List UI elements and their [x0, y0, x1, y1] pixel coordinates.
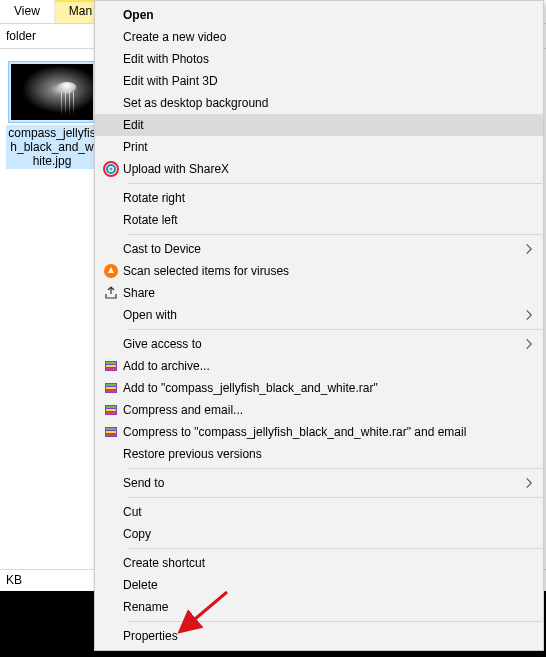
menu-set-background[interactable]: Set as desktop background [95, 92, 543, 114]
menu-send-to[interactable]: Send to [95, 472, 543, 494]
svg-rect-14 [106, 409, 116, 411]
menu-separator [127, 468, 542, 469]
svg-point-2 [110, 168, 113, 171]
menu-separator [127, 497, 542, 498]
chevron-right-icon [524, 244, 533, 255]
winrar-icon [99, 402, 123, 418]
menu-edit[interactable]: Edit [95, 114, 543, 136]
winrar-icon [99, 358, 123, 374]
menu-separator [127, 621, 542, 622]
menu-rotate-left[interactable]: Rotate left [95, 209, 543, 231]
menu-separator [127, 234, 542, 235]
menu-create-shortcut[interactable]: Create shortcut [95, 552, 543, 574]
menu-copy[interactable]: Copy [95, 523, 543, 545]
menu-restore[interactable]: Restore previous versions [95, 443, 543, 465]
svg-rect-7 [106, 368, 116, 370]
file-item[interactable]: compass_jellyfish_black_and_white.jpg [6, 61, 98, 169]
menu-cast[interactable]: Cast to Device [95, 238, 543, 260]
file-label: compass_jellyfish_black_and_white.jpg [6, 125, 98, 169]
share-icon [99, 285, 123, 301]
menu-add-to-rar[interactable]: Add to "compass_jellyfish_black_and_whit… [95, 377, 543, 399]
sharex-icon [99, 161, 123, 177]
winrar-icon [99, 380, 123, 396]
menu-upload-sharex[interactable]: Upload with ShareX [95, 158, 543, 180]
svg-rect-17 [106, 428, 116, 430]
svg-rect-15 [106, 412, 116, 414]
chevron-right-icon [524, 310, 533, 321]
menu-scan-viruses[interactable]: Scan selected items for viruses [95, 260, 543, 282]
svg-rect-5 [106, 362, 116, 364]
status-size: KB [6, 573, 22, 588]
menu-properties[interactable]: Properties [95, 625, 543, 647]
svg-rect-19 [106, 434, 116, 436]
menu-give-access[interactable]: Give access to [95, 333, 543, 355]
menu-create-video[interactable]: Create a new video [95, 26, 543, 48]
menu-cut[interactable]: Cut [95, 501, 543, 523]
menu-separator [127, 183, 542, 184]
chevron-right-icon [524, 478, 533, 489]
menu-separator [127, 329, 542, 330]
chevron-right-icon [524, 339, 533, 350]
svg-rect-18 [106, 431, 116, 433]
context-menu: Open Create a new video Edit with Photos… [94, 0, 544, 651]
menu-rotate-right[interactable]: Rotate right [95, 187, 543, 209]
menu-open-with[interactable]: Open with [95, 304, 543, 326]
svg-rect-10 [106, 387, 116, 389]
avast-icon [99, 263, 123, 279]
menu-compress-to-email[interactable]: Compress to "compass_jellyfish_black_and… [95, 421, 543, 443]
menu-add-archive[interactable]: Add to archive... [95, 355, 543, 377]
winrar-icon [99, 424, 123, 440]
menu-separator [127, 548, 542, 549]
menu-share[interactable]: Share [95, 282, 543, 304]
svg-rect-6 [106, 365, 116, 367]
menu-open[interactable]: Open [95, 4, 543, 26]
svg-rect-9 [106, 384, 116, 386]
menu-compress-email[interactable]: Compress and email... [95, 399, 543, 421]
svg-rect-11 [106, 390, 116, 392]
ribbon-tab-view[interactable]: View [0, 0, 55, 23]
menu-rename[interactable]: Rename [95, 596, 543, 618]
menu-edit-paint3d[interactable]: Edit with Paint 3D [95, 70, 543, 92]
menu-edit-photos[interactable]: Edit with Photos [95, 48, 543, 70]
menu-print[interactable]: Print [95, 136, 543, 158]
menu-delete[interactable]: Delete [95, 574, 543, 596]
file-thumbnail [8, 61, 96, 123]
svg-rect-13 [106, 406, 116, 408]
